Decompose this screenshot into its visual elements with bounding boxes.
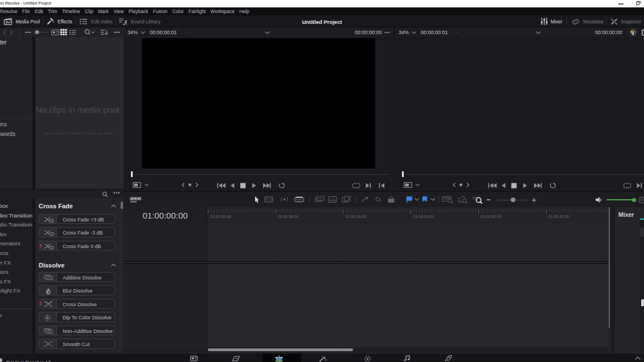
- svg-text:-3: -3: [51, 233, 53, 236]
- svg-text:+3: +3: [51, 219, 54, 222]
